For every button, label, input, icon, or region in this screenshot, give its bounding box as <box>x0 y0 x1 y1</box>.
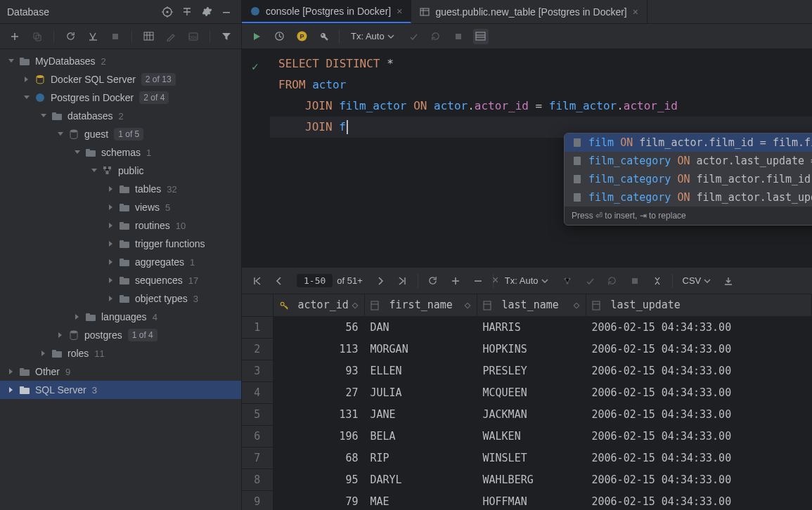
cell-actor-id[interactable]: 56 <box>273 316 364 338</box>
completion-item[interactable]: film_category ON film_actor.last_update … <box>565 188 812 207</box>
revert-icon[interactable] <box>605 273 620 289</box>
ddl-icon[interactable]: DDL <box>186 29 201 44</box>
filter-icon[interactable] <box>219 29 234 44</box>
output-toggle-icon[interactable] <box>473 29 489 44</box>
table-view-icon[interactable] <box>141 29 156 44</box>
tree-node-languages[interactable]: languages 4 <box>0 308 241 326</box>
cell-last-name[interactable]: PRESLEY <box>477 360 586 381</box>
tree-node-roles[interactable]: roles 11 <box>0 344 241 362</box>
refresh-icon[interactable] <box>63 29 78 44</box>
submit-icon[interactable] <box>560 273 575 289</box>
tree-node-postgres[interactable]: Postgres in Docker 2 of 4 <box>0 89 241 107</box>
cell-actor-id[interactable]: 79 <box>273 490 364 510</box>
collapse-arrow-icon[interactable] <box>7 386 15 394</box>
completion-item[interactable]: film ON film_actor.film_id = film.film_i… <box>565 133 812 152</box>
table-row[interactable]: 6 196 BELA WALKEN 2006-02-15 04:34:33.00 <box>242 425 812 447</box>
tree-root[interactable]: MyDatabases 2 <box>0 52 241 70</box>
collapse-icon[interactable] <box>179 4 195 20</box>
cell-first-name[interactable]: RIP <box>364 447 477 469</box>
collapse-arrow-icon[interactable] <box>39 349 48 358</box>
expand-arrow-icon[interactable] <box>39 112 48 120</box>
cell-last-name[interactable]: MCQUEEN <box>477 381 586 403</box>
close-icon[interactable]: × <box>397 6 402 17</box>
cell-last-name[interactable]: WINSLET <box>477 447 586 469</box>
explain-plan-icon[interactable]: P <box>294 29 309 44</box>
database-tree[interactable]: MyDatabases 2 Docker SQL Server 2 of 13 … <box>0 49 241 510</box>
collapse-arrow-icon[interactable] <box>107 258 115 266</box>
run-icon[interactable] <box>249 29 264 44</box>
cell-first-name[interactable]: MAE <box>364 490 477 510</box>
cell-actor-id[interactable]: 68 <box>273 447 364 469</box>
add-icon[interactable] <box>7 29 22 44</box>
row-number[interactable]: 3 <box>242 360 273 381</box>
row-number[interactable]: 4 <box>242 381 273 403</box>
table-row[interactable]: 2 113 MORGAN HOPKINS 2006-02-15 04:34:33… <box>242 338 812 360</box>
sort-icon[interactable]: ◇ <box>352 299 358 311</box>
tree-node-routines[interactable]: routines 10 <box>0 216 241 235</box>
tx-mode-dropdown[interactable]: Tx: Auto <box>347 28 399 45</box>
tree-node-objtypes[interactable]: object types 3 <box>0 289 241 308</box>
cell-last-name[interactable]: HOFFMAN <box>477 490 586 510</box>
tree-node-sqlserver[interactable]: SQL Server 3 <box>0 381 241 399</box>
tree-node-public[interactable]: public <box>0 162 241 180</box>
collapse-arrow-icon[interactable] <box>107 276 115 285</box>
expand-arrow-icon[interactable] <box>22 93 31 102</box>
cell-last-update[interactable]: 2006-02-15 04:34:33.00 <box>586 425 812 447</box>
tree-node-guest[interactable]: guest 1 of 5 <box>0 125 241 143</box>
prev-page-icon[interactable] <box>271 273 287 289</box>
cell-first-name[interactable]: BELA <box>364 425 477 447</box>
table-row[interactable]: 7 68 RIP WINSLET 2006-02-15 04:34:33.00 <box>242 447 812 469</box>
minimize-icon[interactable] <box>219 4 234 20</box>
tree-node-schemas[interactable]: schemas 1 <box>0 143 241 162</box>
cell-last-update[interactable]: 2006-02-15 04:34:33.00 <box>586 316 812 338</box>
tab-table[interactable]: guest.public.new_table [Postgres in Dock… <box>411 0 647 23</box>
duplicate-icon[interactable] <box>30 29 45 44</box>
cell-last-update[interactable]: 2006-02-15 04:34:33.00 <box>586 381 812 403</box>
cell-actor-id[interactable]: 196 <box>273 425 364 447</box>
expand-arrow-icon[interactable] <box>56 130 65 138</box>
stop-icon[interactable] <box>108 29 123 44</box>
cell-last-update[interactable]: 2006-02-15 04:34:33.00 <box>586 490 812 510</box>
collapse-arrow-icon[interactable] <box>22 75 31 84</box>
target-icon[interactable] <box>160 4 175 20</box>
cell-first-name[interactable]: MORGAN <box>364 338 477 360</box>
table-row[interactable]: 8 95 DARYL WAHLBERG 2006-02-15 04:34:33.… <box>242 469 812 490</box>
wrench-icon[interactable] <box>316 29 332 44</box>
row-number[interactable]: 7 <box>242 447 273 469</box>
collapse-arrow-icon[interactable] <box>73 313 82 321</box>
remove-row-icon[interactable] <box>470 273 486 289</box>
completion-item[interactable]: film_category ON actor.last_update = fil… <box>565 152 812 170</box>
tab-console[interactable]: console [Postgres in Docker] × <box>242 0 411 23</box>
commit-icon[interactable] <box>406 29 421 44</box>
cancel-icon[interactable] <box>451 29 466 44</box>
expand-icon[interactable] <box>650 273 665 289</box>
sort-icon[interactable]: ◇ <box>573 299 579 311</box>
cell-actor-id[interactable]: 27 <box>273 381 364 403</box>
column-header-last-update[interactable]: last_update <box>586 294 812 316</box>
row-number[interactable]: 1 <box>242 316 273 338</box>
export-format-dropdown[interactable]: CSV <box>680 273 714 289</box>
tree-node-sequences[interactable]: sequences 17 <box>0 271 241 289</box>
cell-actor-id[interactable]: 95 <box>273 469 364 490</box>
column-header-first-name[interactable]: first_name ◇ <box>364 294 477 316</box>
close-icon[interactable]: × <box>633 6 638 18</box>
table-row[interactable]: 3 93 ELLEN PRESLEY 2006-02-15 04:34:33.0… <box>242 360 812 381</box>
cell-first-name[interactable]: DAN <box>364 316 477 338</box>
results-tx-dropdown[interactable]: Tx: Auto <box>501 273 553 289</box>
collapse-arrow-icon[interactable] <box>107 221 115 230</box>
collapse-arrow-icon[interactable] <box>107 294 115 303</box>
expand-arrow-icon[interactable] <box>90 166 98 175</box>
tree-node-databases[interactable]: databases 2 <box>0 107 241 125</box>
cell-last-update[interactable]: 2006-02-15 04:34:33.00 <box>586 469 812 490</box>
diff-icon[interactable] <box>85 29 101 44</box>
table-row[interactable]: 4 27 JULIA MCQUEEN 2006-02-15 04:34:33.0… <box>242 381 812 403</box>
tree-node-triggers[interactable]: trigger functions <box>0 235 241 253</box>
gear-icon[interactable] <box>199 4 214 20</box>
cell-last-name[interactable]: HARRIS <box>477 316 586 338</box>
collapse-arrow-icon[interactable] <box>56 331 65 339</box>
column-header-actor-id[interactable]: actor_id ◇ <box>273 294 364 316</box>
tree-node-views[interactable]: views 5 <box>0 198 241 216</box>
table-row[interactable]: 9 79 MAE HOFFMAN 2006-02-15 04:34:33.00 <box>242 490 812 510</box>
commit-icon[interactable] <box>582 273 598 289</box>
column-header-last-name[interactable]: last_name ◇ <box>477 294 586 316</box>
